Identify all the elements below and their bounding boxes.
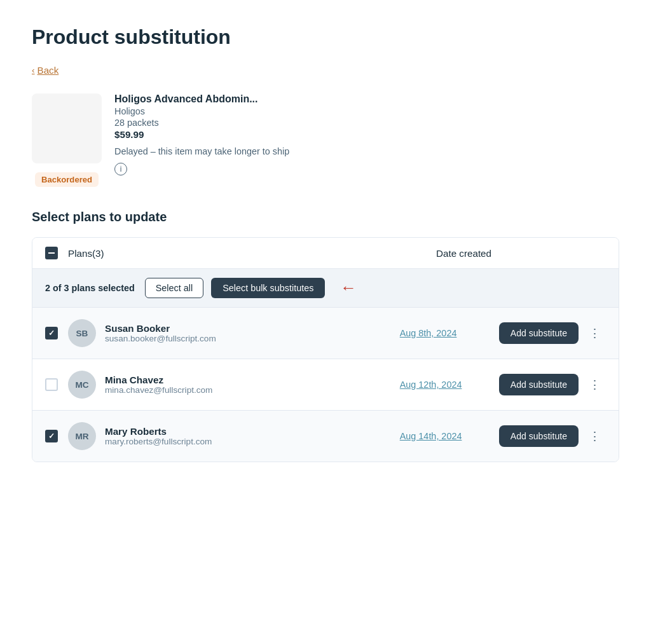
user-email-0: susan.booker@fullscript.com	[105, 334, 400, 343]
user-name-1: Mina Chavez	[105, 374, 400, 385]
product-info: Holigos Advanced Abdomin... Holigos 28 p…	[114, 93, 619, 175]
page-title: Product substitution	[32, 25, 619, 49]
product-quantity: 28 packets	[114, 118, 619, 128]
product-image	[32, 93, 102, 163]
table-row: SB Susan Booker susan.booker@fullscript.…	[32, 308, 619, 359]
info-icon[interactable]: i	[114, 163, 127, 175]
date-link-0[interactable]: Aug 8th, 2024	[400, 328, 489, 338]
back-label: Back	[38, 65, 59, 76]
user-email-1: mina.chavez@fullscript.com	[105, 385, 400, 395]
product-left: Backordered	[32, 93, 102, 187]
product-card: Backordered Holigos Advanced Abdomin... …	[32, 93, 619, 187]
plan-rows-container: SB Susan Booker susan.booker@fullscript.…	[32, 308, 619, 462]
add-substitute-button-2[interactable]: Add substitute	[499, 425, 579, 447]
row-checkbox-2[interactable]	[45, 430, 58, 442]
user-info-0: Susan Booker susan.booker@fullscript.com	[105, 323, 400, 343]
arrow-annotation: ←	[340, 280, 357, 296]
more-menu-button-1[interactable]: ⋮	[584, 375, 606, 395]
select-bulk-button[interactable]: Select bulk substitutes	[211, 278, 325, 298]
header-date-label: Date created	[436, 248, 491, 259]
product-price: $59.99	[114, 129, 619, 140]
table-row: MR Mary Roberts mary.roberts@fullscript.…	[32, 411, 619, 462]
back-link[interactable]: ‹ Back	[32, 65, 58, 76]
section-title: Select plans to update	[32, 210, 619, 224]
selection-bar: 2 of 3 plans selected Select all Select …	[32, 269, 619, 308]
user-info-1: Mina Chavez mina.chavez@fullscript.com	[105, 374, 400, 395]
back-chevron-icon: ‹	[32, 65, 35, 75]
add-substitute-button-1[interactable]: Add substitute	[499, 374, 579, 395]
date-link-2[interactable]: Aug 14th, 2024	[400, 431, 489, 441]
user-name-0: Susan Booker	[105, 323, 400, 334]
avatar-2: MR	[68, 422, 96, 450]
selection-count: 2 of 3 plans selected	[45, 283, 135, 293]
user-name-2: Mary Roberts	[105, 426, 400, 437]
table-row: MC Mina Chavez mina.chavez@fullscript.co…	[32, 359, 619, 411]
header-checkbox[interactable]	[45, 247, 58, 259]
user-info-2: Mary Roberts mary.roberts@fullscript.com	[105, 426, 400, 446]
plans-table: Plans(3) Date created 2 of 3 plans selec…	[32, 237, 619, 462]
red-arrow-icon: ←	[340, 280, 357, 296]
header-plans-label: Plans(3)	[68, 248, 436, 259]
product-name: Holigos Advanced Abdomin...	[114, 93, 619, 105]
backordered-badge: Backordered	[35, 172, 99, 187]
user-email-2: mary.roberts@fullscript.com	[105, 437, 400, 446]
add-substitute-button-0[interactable]: Add substitute	[499, 322, 579, 344]
row-checkbox-1[interactable]	[45, 378, 58, 391]
avatar-1: MC	[68, 371, 96, 399]
table-header: Plans(3) Date created	[32, 238, 619, 269]
date-link-1[interactable]: Aug 12th, 2024	[400, 380, 489, 390]
product-brand: Holigos	[114, 106, 619, 116]
avatar-0: SB	[68, 319, 96, 347]
product-delay: Delayed – this item may take longer to s…	[114, 145, 619, 158]
select-all-button[interactable]: Select all	[145, 278, 203, 298]
row-checkbox-0[interactable]	[45, 327, 58, 339]
more-menu-button-0[interactable]: ⋮	[584, 324, 606, 343]
more-menu-button-2[interactable]: ⋮	[584, 427, 606, 446]
